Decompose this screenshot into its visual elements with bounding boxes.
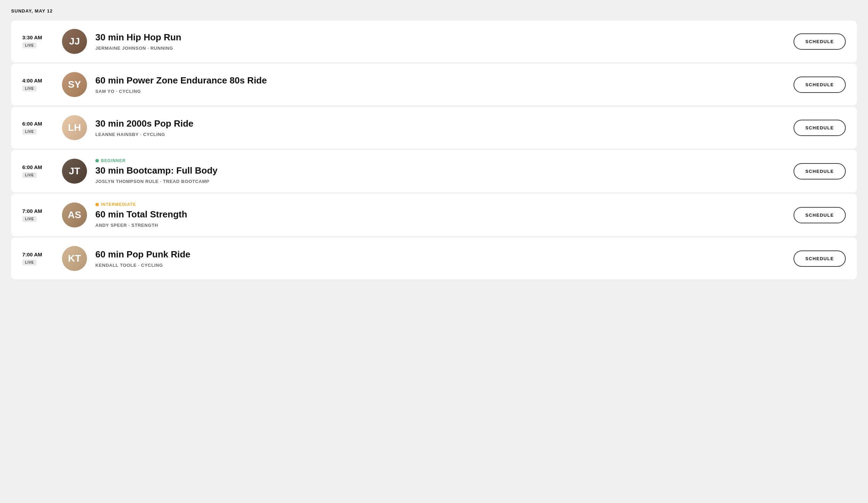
time-block: 6:00 AMLIVE	[22, 164, 54, 178]
live-badge: LIVE	[22, 86, 37, 91]
difficulty-label: BEGINNER	[101, 158, 126, 163]
class-time: 6:00 AM	[22, 164, 42, 170]
class-title: 60 min Pop Punk Ride	[95, 249, 785, 260]
class-meta: JERMAINE JOHNSON · RUNNING	[95, 46, 785, 51]
class-info: 60 min Power Zone Endurance 80s RideSAM …	[95, 75, 785, 94]
class-time: 3:30 AM	[22, 34, 42, 40]
class-time: 7:00 AM	[22, 252, 42, 257]
live-badge: LIVE	[22, 42, 37, 48]
schedule-button[interactable]: SCHEDULE	[794, 163, 846, 179]
schedule-button[interactable]: SCHEDULE	[794, 120, 846, 136]
live-badge: LIVE	[22, 129, 37, 135]
class-title: 30 min 2000s Pop Ride	[95, 118, 785, 129]
schedule-card: 7:00 AMLIVEASINTERMEDIATE60 min Total St…	[11, 194, 857, 236]
class-meta: ANDY SPEER · STRENGTH	[95, 223, 785, 228]
schedule-card: 3:30 AMLIVEJJ30 min Hip Hop RunJERMAINE …	[11, 21, 857, 62]
schedule-button[interactable]: SCHEDULE	[794, 33, 846, 50]
live-badge: LIVE	[22, 216, 37, 222]
time-block: 4:00 AMLIVE	[22, 78, 54, 91]
schedule-button[interactable]: SCHEDULE	[794, 207, 846, 223]
schedule-card: 4:00 AMLIVESY60 min Power Zone Endurance…	[11, 64, 857, 105]
avatar: JJ	[62, 29, 87, 54]
time-block: 7:00 AMLIVE	[22, 252, 54, 265]
schedule-card: 6:00 AMLIVELH30 min 2000s Pop RideLEANNE…	[11, 107, 857, 149]
avatar: KT	[62, 246, 87, 271]
class-title: 30 min Hip Hop Run	[95, 32, 785, 43]
class-meta: JOSLYN THOMPSON RULE · TREAD BOOTCAMP	[95, 179, 785, 184]
class-title: 30 min Bootcamp: Full Body	[95, 165, 785, 176]
time-block: 3:30 AMLIVE	[22, 34, 54, 48]
class-title: 60 min Power Zone Endurance 80s Ride	[95, 75, 785, 86]
class-time: 7:00 AM	[22, 208, 42, 214]
difficulty-badge: BEGINNER	[95, 158, 785, 163]
schedule-card: 6:00 AMLIVEJTBEGINNER30 min Bootcamp: Fu…	[11, 150, 857, 192]
schedule-card: 7:00 AMLIVEKT60 min Pop Punk RideKENDALL…	[11, 238, 857, 279]
schedule-button[interactable]: SCHEDULE	[794, 77, 846, 93]
difficulty-dot	[95, 159, 99, 162]
avatar: AS	[62, 202, 87, 227]
avatar: JT	[62, 159, 87, 184]
difficulty-badge: INTERMEDIATE	[95, 202, 785, 207]
class-meta: LEANNE HAINSBY · CYCLING	[95, 132, 785, 137]
class-info: 30 min Hip Hop RunJERMAINE JOHNSON · RUN…	[95, 32, 785, 51]
time-block: 6:00 AMLIVE	[22, 121, 54, 135]
live-badge: LIVE	[22, 172, 37, 178]
class-title: 60 min Total Strength	[95, 209, 785, 220]
avatar: LH	[62, 115, 87, 140]
class-info: BEGINNER30 min Bootcamp: Full BodyJOSLYN…	[95, 158, 785, 184]
live-badge: LIVE	[22, 260, 37, 265]
class-time: 6:00 AM	[22, 121, 42, 127]
difficulty-label: INTERMEDIATE	[101, 202, 136, 207]
class-time: 4:00 AM	[22, 78, 42, 83]
schedule-button[interactable]: SCHEDULE	[794, 250, 846, 267]
class-info: INTERMEDIATE60 min Total StrengthANDY SP…	[95, 202, 785, 228]
schedule-list: 3:30 AMLIVEJJ30 min Hip Hop RunJERMAINE …	[11, 21, 857, 279]
class-meta: KENDALL TOOLE · CYCLING	[95, 263, 785, 268]
avatar: SY	[62, 72, 87, 97]
class-meta: SAM YO · CYCLING	[95, 89, 785, 94]
class-info: 30 min 2000s Pop RideLEANNE HAINSBY · CY…	[95, 118, 785, 137]
page-date: SUNDAY, MAY 12	[11, 8, 857, 14]
time-block: 7:00 AMLIVE	[22, 208, 54, 222]
class-info: 60 min Pop Punk RideKENDALL TOOLE · CYCL…	[95, 249, 785, 268]
difficulty-dot	[95, 203, 99, 206]
